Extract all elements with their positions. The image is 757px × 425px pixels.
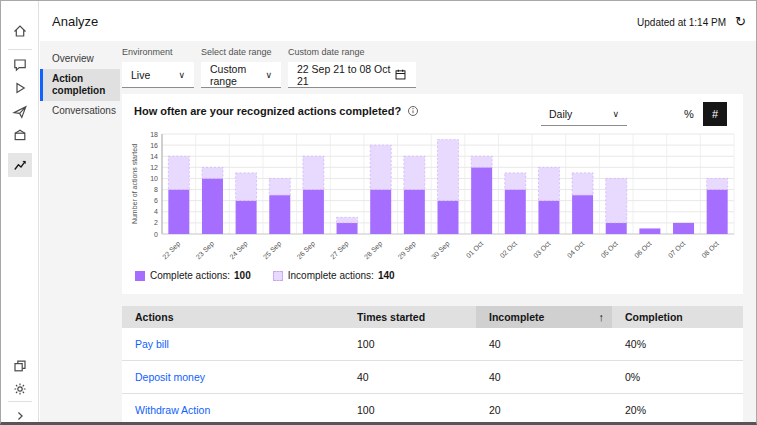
chevron-down-icon: ∨ [265,70,272,80]
svg-text:24 Sep: 24 Sep [228,240,249,261]
completion-value: 20% [612,394,743,425]
column-header-incomplete[interactable]: Incomplete ↑ [476,306,612,328]
calendar-icon [394,68,407,81]
send-icon[interactable] [8,100,32,124]
svg-text:12: 12 [150,164,158,171]
subnav-item-conversations[interactable]: Conversations [40,101,120,121]
svg-text:18: 18 [150,131,158,138]
custom-date-range-label: Custom date range [288,47,416,57]
svg-text:06 Oct: 06 Oct [633,240,653,260]
action-link-withdraw-action[interactable]: Withdraw Action [135,404,210,416]
svg-text:2: 2 [154,219,158,226]
date-range-filter: Select date range Custom range ∨ [201,47,281,88]
date-range-dropdown[interactable]: Custom range ∨ [201,62,281,88]
incomplete-value: 40 [476,328,612,360]
completion-value: 0% [612,361,743,393]
svg-text:28 Sep: 28 Sep [363,240,384,261]
complete-legend-label: Complete actions: [150,270,230,281]
incomplete-value: 40 [476,361,612,393]
times-started-value: 100 [344,328,476,360]
table-body: Pay bill 100 40 40% Deposit money 40 40 … [122,328,743,425]
subnav-item-overview[interactable]: Overview [40,49,120,69]
incomplete-header-label: Incomplete [489,311,544,323]
svg-text:25 Sep: 25 Sep [262,240,283,261]
svg-text:07 Oct: 07 Oct [667,240,687,260]
table-row: Deposit money 40 40 0% [122,361,743,394]
interval-value: Daily [549,108,572,120]
custom-date-range-value: 22 Sep 21 to 08 Oct 21 [297,63,394,87]
table-header-row: Actions Times started Incomplete ↑ Compl… [122,306,743,328]
svg-text:6: 6 [154,197,158,204]
environment-dropdown[interactable]: Live ∨ [122,62,194,88]
svg-text:01 Oct: 01 Oct [465,240,485,260]
svg-text:05 Oct: 05 Oct [599,240,619,260]
incomplete-value: 20 [476,394,612,425]
sort-ascending-icon: ↑ [599,311,605,323]
content-area: Overview Action completion Conversations… [40,41,756,422]
svg-text:23 Sep: 23 Sep [195,240,216,261]
custom-date-range-filter: Custom date range 22 Sep 21 to 08 Oct 21 [288,47,416,88]
environment-filter: Environment Live ∨ [122,47,194,88]
chevron-down-icon: ∨ [612,109,619,119]
svg-text:8: 8 [154,186,158,193]
chart-legend: Complete actions: 100 Incomplete actions… [135,270,417,281]
action-link-deposit-money[interactable]: Deposit money [135,371,205,383]
rail-divider-bottom [8,401,32,402]
svg-text:22 Sep: 22 Sep [161,240,182,261]
table-row: Pay bill 100 40 40% [122,328,743,361]
times-started-value: 100 [344,394,476,425]
date-range-value: Custom range [210,63,257,87]
incomplete-legend-value: 140 [378,270,395,281]
stacked-bar-chart: 02468101214161822 Sep23 Sep24 Sep25 Sep2… [128,130,738,270]
page-header: Analyze Updated at 1:14 PM ↻ [40,1,756,41]
svg-text:04 Oct: 04 Oct [566,240,586,260]
svg-text:02 Oct: 02 Oct [498,240,518,260]
environment-label: Environment [122,47,194,57]
column-header-actions[interactable]: Actions [122,306,344,328]
svg-text:14: 14 [150,153,158,160]
icon-rail [1,1,39,422]
app-window: Analyze Updated at 1:14 PM ↻ Overview Ac… [0,0,757,425]
interval-dropdown[interactable]: Daily ∨ [541,102,627,126]
svg-text:10: 10 [150,175,158,182]
svg-text:26 Sep: 26 Sep [295,240,316,261]
chat-icon[interactable] [8,53,32,77]
svg-text:08 Oct: 08 Oct [700,240,720,260]
svg-text:Number of actions started: Number of actions started [131,144,138,224]
custom-date-range-input[interactable]: 22 Sep 21 to 08 Oct 21 [288,62,416,88]
home-icon[interactable] [8,19,32,43]
chart-title: How often are your recognized actions co… [134,105,401,117]
settings-gear-icon[interactable] [8,377,32,401]
play-icon[interactable] [8,76,32,100]
analyze-icon[interactable] [8,153,32,177]
table-row: Withdraw Action 100 20 20% [122,394,743,425]
refresh-icon[interactable]: ↻ [735,14,746,29]
svg-text:27 Sep: 27 Sep [329,240,350,261]
incomplete-legend-label: Incomplete actions: [288,270,374,281]
complete-legend-swatch [135,271,145,281]
action-link-pay-bill[interactable]: Pay bill [135,338,169,350]
column-header-completion[interactable]: Completion [612,306,743,328]
completion-chart-card: How often are your recognized actions co… [122,94,743,294]
svg-text:30 Sep: 30 Sep [430,240,451,261]
completion-value: 40% [612,328,743,360]
svg-text:29 Sep: 29 Sep [396,240,417,261]
svg-text:4: 4 [154,208,158,215]
rail-divider [8,49,32,50]
subnav-item-action-completion[interactable]: Action completion [40,69,120,101]
assistants-icon[interactable] [8,354,32,378]
svg-text:0: 0 [154,231,158,238]
percent-toggle-button[interactable]: % [677,102,701,126]
column-header-times-started[interactable]: Times started [344,306,476,328]
environments-icon[interactable] [8,123,32,147]
chevron-down-icon: ∨ [178,70,185,80]
environment-value: Live [131,69,150,81]
analyze-subnav: Overview Action completion Conversations [40,49,120,121]
svg-text:16: 16 [150,142,158,149]
times-started-value: 40 [344,361,476,393]
expand-rail-icon[interactable] [8,404,32,425]
incomplete-legend-swatch [273,271,283,281]
updated-timestamp: Updated at 1:14 PM [637,17,726,28]
count-toggle-button[interactable]: # [703,102,727,126]
info-icon[interactable] [407,105,419,117]
